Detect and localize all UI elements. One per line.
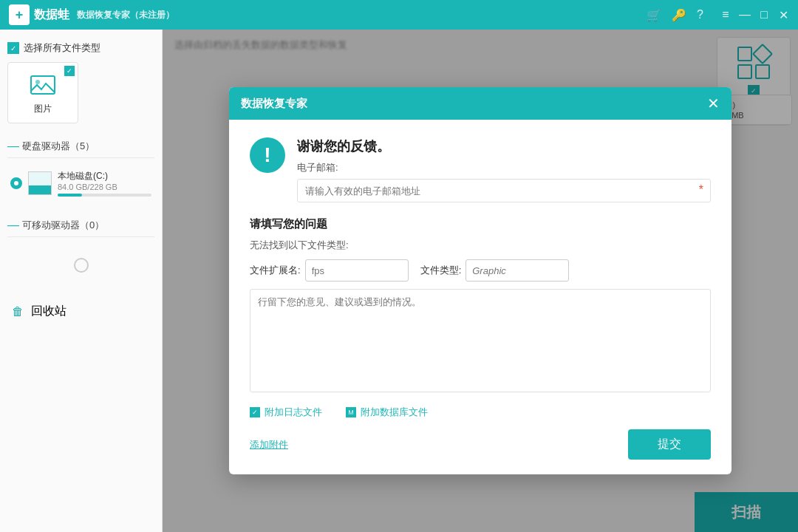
logo-icon: + [9,4,30,25]
app-logo: + 数据蛙 数据恢复专家（未注册） [9,4,174,25]
select-all-checkbox[interactable]: ✓ [7,42,19,54]
fields-row: 文件扩展名: 文件类型: [250,259,711,282]
feedback-textarea[interactable] [250,289,711,392]
recycle-section: 🗑 回收站 [7,299,154,324]
drive-icon [28,171,52,195]
email-field-wrapper: * [297,179,711,202]
main-area: ✓ 选择所有文件类型 ✓ 图片 [0,30,798,532]
ext-input[interactable] [305,259,409,282]
drive-size: 84.0 GB/228 GB [58,183,151,191]
svg-point-1 [35,80,40,84]
image-label: 图片 [34,103,52,115]
drive-bar-fill [58,194,82,197]
drive-info: 本地磁盘(C:) 84.0 GB/228 GB [58,170,151,197]
image-icon [28,70,58,100]
modal-body: ! 谢谢您的反馈。 电子邮箱: * [229,120,732,474]
add-attachment-button[interactable]: 添加附件 [250,438,288,451]
type-input[interactable] [466,259,569,282]
modal-footer-row: 添加附件 提交 [250,429,711,460]
help-icon[interactable]: ? [697,8,703,21]
image-checkbox[interactable]: ✓ [64,66,75,76]
drive-radio-inner [14,181,18,185]
trash-icon: 🗑 [10,304,25,319]
menu-icon[interactable]: ≡ [720,9,732,21]
drive-item-c[interactable]: 本地磁盘(C:) 84.0 GB/228 GB [7,164,154,202]
minus-icon2: — [7,219,19,232]
drives-title: 硬盘驱动器（5） [22,140,95,153]
right-panel: 选择由归档的丢失数据的数据类型和恢复 ✓ 其它 分区 总…*:) 0.0 B/1… [163,30,798,532]
type-label: 文件类型: [420,264,462,277]
email-label: 电子邮箱: [297,161,711,174]
drive-radio[interactable] [10,177,22,189]
close-button[interactable]: ✕ [777,9,789,21]
problem-section: 请填写您的问题 无法找到以下文件类型: 文件扩展名: 文件类型: [250,217,711,395]
removable-header: — 可移动驱动器（0） [7,214,154,237]
recycle-item[interactable]: 🗑 回收站 [7,299,154,324]
problem-title: 请填写您的问题 [250,217,711,231]
drives-header: — 硬盘驱动器（5） [7,135,154,158]
drive-bar [58,194,151,197]
minimize-button[interactable]: — [739,9,751,21]
select-all-label: 选择所有文件类型 [24,41,100,55]
key-icon[interactable]: 🔑 [672,8,686,22]
option-log-label: 附加日志文件 [265,406,322,419]
app-name: 数据蛙 [34,7,69,23]
svg-rect-0 [31,76,55,94]
thank-row: ! 谢谢您的反馈。 电子邮箱: * [250,137,711,202]
db-checkbox[interactable]: M [346,407,356,417]
option-db-files[interactable]: M 附加数据库文件 [346,406,428,419]
titlebar-controls: 🛒 🔑 ? ≡ — □ ✕ [647,8,789,22]
thank-content: 谢谢您的反馈。 电子邮箱: * [297,137,711,202]
empty-radio [74,258,89,273]
modal-close-button[interactable]: ✕ [707,96,720,111]
ext-label: 文件扩展名: [250,264,301,277]
drive-fill [29,185,51,194]
footer-options: ✓ 附加日志文件 M 附加数据库文件 [250,406,711,419]
modal-header: 数据恢复专家 ✕ [229,87,732,120]
alert-circle: ! [250,137,285,173]
file-type-section: ✓ 选择所有文件类型 ✓ 图片 [7,41,154,123]
titlebar: + 数据蛙 数据恢复专家（未注册） 🛒 🔑 ? ≡ — □ ✕ [0,0,798,30]
modal-overlay: 数据恢复专家 ✕ ! 谢谢您的反馈。 电子邮箱: [163,30,798,532]
email-required: * [699,183,703,197]
file-type-image[interactable]: ✓ 图片 [7,62,78,123]
cart-icon[interactable]: 🛒 [647,8,661,22]
drive-name: 本地磁盘(C:) [58,170,151,183]
minus-icon: — [7,140,19,153]
log-checkbox[interactable]: ✓ [250,407,260,417]
window-buttons: ≡ — □ ✕ [720,9,789,21]
drive-section: — 硬盘驱动器（5） 本地磁盘(C:) 84.0 GB/228 GB [7,135,154,202]
submit-button[interactable]: 提交 [628,429,711,460]
ext-field-group: 文件扩展名: [250,259,409,282]
removable-title: 可移动驱动器（0） [22,219,104,232]
problem-desc: 无法找到以下文件类型: [250,239,711,252]
app-subtitle: 数据恢复专家（未注册） [77,9,174,21]
file-types-grid: ✓ 图片 [7,62,154,123]
modal-title: 数据恢复专家 [241,97,307,111]
option-db-label: 附加数据库文件 [361,406,428,419]
sidebar: ✓ 选择所有文件类型 ✓ 图片 [0,30,163,532]
restore-button[interactable]: □ [758,9,770,21]
feedback-modal: 数据恢复专家 ✕ ! 谢谢您的反馈。 电子邮箱: [229,87,732,474]
type-field-group: 文件类型: [420,259,570,282]
thank-title: 谢谢您的反馈。 [297,137,711,155]
email-input[interactable] [297,179,711,202]
select-all-row[interactable]: ✓ 选择所有文件类型 [7,41,154,55]
option-log-files[interactable]: ✓ 附加日志文件 [250,406,322,419]
recycle-label: 回收站 [31,304,66,319]
removable-section: — 可移动驱动器（0） [7,214,154,287]
